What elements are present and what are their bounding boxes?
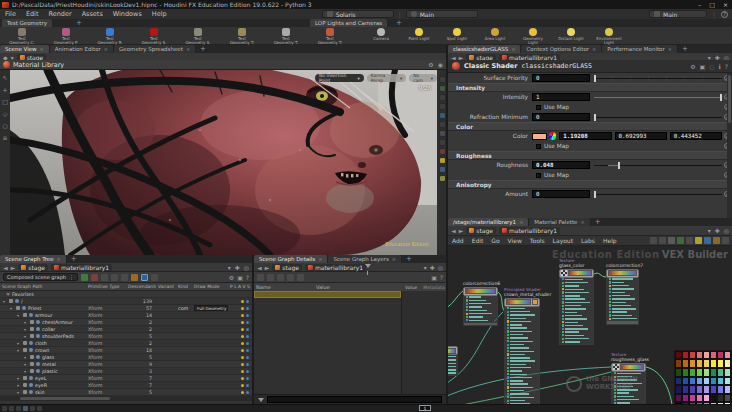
visibility-dot-icon[interactable] (241, 321, 244, 324)
palette-swatch[interactable] (717, 368, 724, 377)
expand-icon[interactable]: ▾ (17, 376, 21, 381)
visibility-dot-icon[interactable] (241, 314, 244, 317)
chevron-down-icon[interactable]: ▾ (228, 264, 231, 271)
info-icon[interactable]: ℹ (719, 63, 721, 70)
follow-icon[interactable]: ◎ (724, 227, 729, 234)
grid-icon[interactable] (439, 103, 446, 110)
col-value[interactable]: Value (314, 284, 402, 290)
tab-classicshaderglass[interactable]: classicshaderGLASS× (448, 45, 521, 53)
shelf-tool-test-geometry[interactable]: Test Geometry P. (44, 27, 88, 46)
palette-swatch[interactable] (689, 359, 696, 368)
tree-col-6[interactable]: P L A V S (228, 284, 252, 289)
tree-row-root[interactable]: ▾/139 (0, 298, 252, 305)
palette-swatch[interactable] (724, 385, 731, 394)
net-menu-edit[interactable]: Edit (468, 237, 488, 244)
pin-icon[interactable]: ✚ (715, 227, 720, 234)
snap-tool-icon[interactable]: ○ (2, 122, 7, 129)
camera-lock-icon[interactable] (439, 112, 446, 119)
nav-forward-icon[interactable]: ► (459, 227, 464, 234)
palette-swatch[interactable] (724, 359, 731, 368)
no-cam-pill[interactable]: No cam▾ (409, 74, 437, 82)
pause-icon[interactable] (277, 274, 284, 281)
active-dot-icon[interactable] (246, 300, 249, 303)
color-g-input[interactable]: 0.692993 (615, 132, 667, 140)
color-wheel-icon[interactable] (549, 132, 556, 140)
selected-detail-row[interactable] (254, 291, 401, 298)
camera-icon[interactable]: ▣ (431, 274, 437, 281)
palette-swatch[interactable] (710, 377, 717, 386)
visibility-dot-icon[interactable] (241, 391, 244, 394)
tab--stage-materiallibrary1[interactable]: /stage/materiallibrary1× (448, 218, 529, 226)
close-tab-icon[interactable]: × (668, 46, 672, 52)
follow-icon[interactable]: ◎ (244, 264, 249, 271)
swap-icon[interactable] (111, 274, 118, 281)
thumb-blue-icon[interactable] (704, 237, 711, 244)
menu-edit[interactable]: Edit (21, 10, 44, 18)
node-tile[interactable] (611, 363, 646, 372)
tree-row-armour[interactable]: ▾armourXform14 (0, 312, 252, 319)
move-tool-icon[interactable]: + (2, 86, 7, 93)
node-name-field[interactable]: classicshaderGLASS (521, 62, 591, 70)
active-dot-icon[interactable] (246, 391, 249, 394)
shelf-tab-test-geometry[interactable]: Test Geometry (2, 19, 52, 27)
gear-icon[interactable]: ⚙ (690, 63, 695, 70)
tab-scene-graph-details[interactable]: Scene Graph Details× (254, 255, 328, 263)
palette-swatch[interactable] (675, 351, 682, 360)
close-tab-icon[interactable]: × (511, 46, 515, 52)
palette-swatch[interactable] (724, 368, 731, 377)
visibility-dot-icon[interactable] (241, 356, 244, 359)
palette-swatch[interactable] (689, 385, 696, 394)
tree-row-Priest[interactable]: ▾PriestXform57comFull Geometry⇅ (0, 305, 252, 312)
mirror-icon[interactable] (439, 130, 446, 137)
gear-icon[interactable]: ⚙ (229, 274, 234, 281)
expand-icon[interactable]: ▾ (10, 306, 14, 311)
shelf-tool-area-light[interactable]: Area Light (476, 27, 514, 46)
palette-swatch[interactable] (724, 394, 731, 403)
palette-swatch[interactable] (710, 368, 717, 377)
menu-render[interactable]: Render (43, 10, 76, 18)
highlight-icon[interactable] (141, 274, 148, 281)
tree-row-crown[interactable]: ▾crownXform18 (0, 347, 252, 354)
edit-icon[interactable] (101, 274, 108, 281)
palette-swatch[interactable] (717, 394, 724, 403)
light-icon[interactable] (439, 121, 446, 128)
expand-icon[interactable]: ▾ (24, 327, 28, 332)
help-icon[interactable]: ? (246, 274, 249, 281)
use-map-checkbox[interactable] (536, 144, 541, 149)
thumb-yellow-icon[interactable] (695, 237, 702, 244)
node-tile[interactable] (559, 269, 594, 278)
color-b-input[interactable]: 0.443452 (670, 132, 722, 140)
tree-row-glass[interactable]: ▾glassXform5 (0, 354, 252, 361)
help-icon[interactable]: ? (725, 63, 728, 70)
path-chip-stage[interactable]: stage (466, 227, 496, 234)
visibility-dot-icon[interactable] (241, 342, 244, 345)
amount-input[interactable]: 0 (532, 190, 590, 198)
color-r-input[interactable]: 1.19208 (559, 132, 611, 140)
surface-priority-slider[interactable] (594, 74, 722, 82)
nav-forward-icon[interactable]: ► (265, 264, 270, 271)
expand-icon[interactable]: ▾ (17, 341, 21, 346)
shelf-tool-point-light[interactable]: Point Light (400, 27, 438, 46)
use-map-checkbox[interactable] (536, 173, 541, 178)
active-dot-icon[interactable] (246, 314, 249, 317)
node-tile[interactable] (504, 298, 540, 307)
active-dot-icon[interactable] (246, 307, 249, 310)
desktop-selector-2[interactable]: Main (406, 10, 478, 18)
thumb-green-icon[interactable] (677, 237, 684, 244)
active-dot-icon[interactable] (246, 356, 249, 359)
chevron-down-icon[interactable]: ▾ (424, 264, 427, 271)
side-tab-value[interactable]: Value (402, 285, 420, 290)
expand-icon[interactable]: ▾ (24, 334, 28, 339)
side-tab-metadata[interactable]: Metadata (420, 285, 447, 290)
palette-swatch[interactable] (696, 394, 703, 403)
shelf-tool-distant-light[interactable]: Distant Light (552, 27, 590, 46)
frame-icon[interactable]: ▣ (700, 63, 706, 70)
node-partial[interactable] (448, 346, 458, 376)
active-dot-icon[interactable] (246, 349, 249, 352)
visibility-dot-icon[interactable] (241, 307, 244, 310)
menu-tool-icon[interactable]: ≡ (2, 134, 7, 141)
pen-icon[interactable] (257, 274, 264, 281)
shade-icon[interactable] (439, 85, 446, 92)
tree-row-shoulderPads[interactable]: ▾shoulderPadsXform5 (0, 333, 252, 340)
path-chip-materiallibrary1[interactable]: materiallibrary1 (499, 227, 560, 234)
